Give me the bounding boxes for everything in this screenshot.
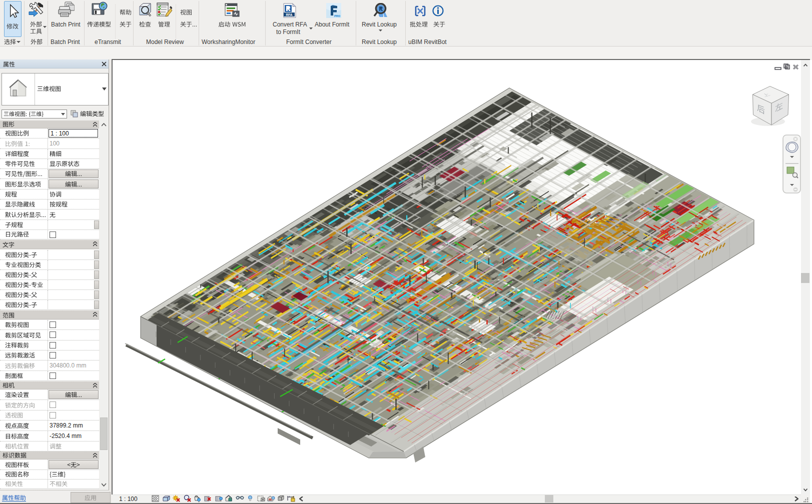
svg-text:RFA: RFA (286, 13, 293, 16)
svg-text:PRO: PRO (334, 14, 341, 18)
